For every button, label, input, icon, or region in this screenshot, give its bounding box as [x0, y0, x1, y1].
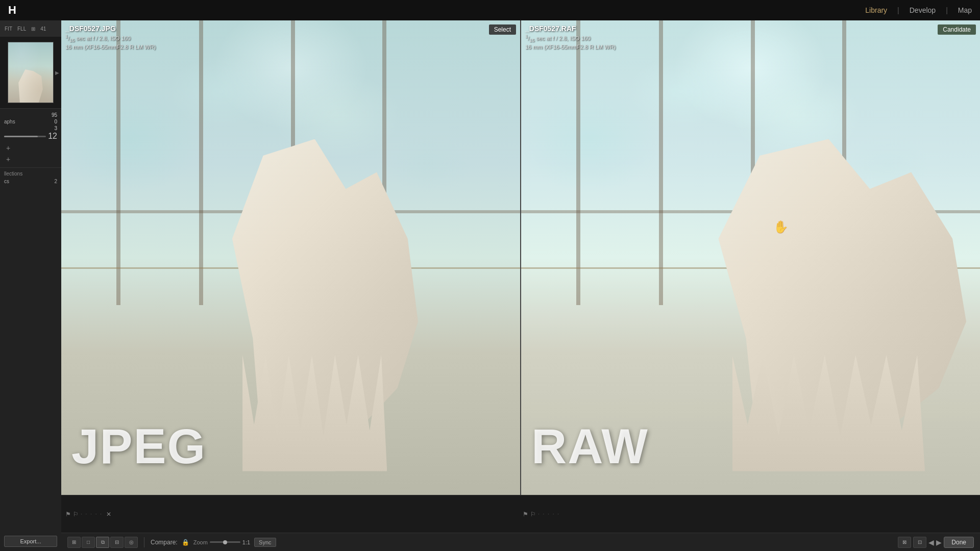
cursor-icon: ✋ — [773, 220, 789, 234]
right-image-info: _DSF0527.RAF 1/15 sec at f / 2.8, ISO 16… — [525, 24, 616, 50]
toolbar-bottom: ⊞ □ ⧉ ⊟ ◎ Compare: 🔒 Zoom 1:1 Sync — [61, 533, 980, 551]
nav-map[interactable]: Map — [958, 6, 972, 14]
top-nav: Library | Develop | Map — [865, 6, 972, 14]
separator-1 — [144, 537, 144, 547]
top-bar: H Library | Develop | Map — [0, 0, 980, 20]
right-image-panel[interactable]: _DSF0527.RAF 1/15 sec at f / 2.8, ISO 16… — [520, 20, 980, 495]
next-arrow[interactable]: ▶ — [936, 538, 942, 546]
collections-item: cs 2 — [4, 179, 57, 184]
app-logo: H — [8, 4, 16, 17]
zoom-value: 1:1 — [242, 539, 250, 545]
right-bottom-icons: ⊠ ⊡ ◀ ▶ Done — [898, 537, 974, 548]
export-section: Export... — [0, 532, 61, 551]
sync-button[interactable]: Sync — [254, 538, 276, 547]
compare-icon-1[interactable]: ⊠ — [898, 537, 911, 548]
done-button[interactable]: Done — [944, 537, 974, 548]
nav-develop[interactable]: Develop — [910, 6, 936, 14]
compare-area: _DSF0527.JPG 1/15 sec at f / 2.8, ISO 16… — [61, 20, 980, 495]
stat2-value: 0 — [54, 119, 57, 124]
add-button-1[interactable]: + — [4, 143, 57, 153]
left-filmstrip-close[interactable]: ✕ — [105, 510, 113, 518]
right-meta-shutter: 1/15 sec at f / 2.8, ISO 160 — [525, 34, 616, 43]
right-filmstrip-dots: · · · · · — [538, 511, 560, 517]
left-watermark: JPEG — [71, 418, 206, 474]
stat-row-2: aphs 0 — [4, 118, 57, 125]
stat4-value: 12 — [48, 132, 57, 141]
right-filmstrip-panel: ⚑ ⚐ · · · · · — [523, 511, 976, 518]
left-flag2-icon[interactable]: ⚐ — [73, 511, 79, 518]
single-view-btn[interactable]: □ — [82, 537, 95, 548]
left-meta-focal: 16 mm (XF16-55mmF2.8 R LM WR) — [65, 44, 156, 50]
prev-arrow[interactable]: ◀ — [928, 538, 934, 546]
fit-button[interactable]: FIT — [3, 25, 14, 33]
zoom-label: Zoom — [193, 539, 208, 545]
focus-view-btn[interactable]: ◎ — [125, 537, 138, 548]
left-flag-icon[interactable]: ⚑ — [65, 511, 71, 518]
thumbnail-panel[interactable]: ▶ — [0, 37, 61, 108]
left-filename: _DSF0527.JPG — [65, 24, 156, 33]
main-area: _DSF0527.JPG 1/15 sec at f / 2.8, ISO 16… — [61, 20, 980, 551]
compare-view-btn[interactable]: ⧉ — [96, 537, 109, 548]
left-sculpture — [222, 139, 429, 471]
right-meta-focal: 16 mm (XF16-55mmF2.8 R LM WR) — [525, 44, 616, 50]
filmstrip-row: ⚑ ⚐ · · · · · ✕ ⚑ ⚐ · · · · · — [61, 495, 980, 533]
left-image-panel[interactable]: _DSF0527.JPG 1/15 sec at f / 2.8, ISO 16… — [61, 20, 520, 495]
slider-track[interactable] — [4, 136, 46, 137]
collections-section: llections cs 2 — [0, 167, 61, 187]
grid-view-btn[interactable]: ⊞ — [67, 537, 81, 548]
thumbnail-image[interactable] — [8, 42, 54, 103]
right-flag-icon[interactable]: ⚑ — [523, 511, 528, 518]
collections-label: llections — [4, 171, 57, 177]
grid-view-button[interactable]: ⊞ — [30, 25, 37, 33]
collections-item-count: 2 — [54, 179, 57, 184]
right-badge[interactable]: Candidate — [938, 24, 976, 35]
right-filename: _DSF0527.RAF — [525, 24, 616, 33]
fill-button[interactable]: FLL — [16, 25, 28, 33]
slider-row: 12 — [4, 132, 57, 141]
left-badge[interactable]: Select — [489, 24, 516, 35]
zoom-area: Zoom 1:1 — [193, 539, 250, 545]
toolbar-row: FIT FLL ⊞ 41 — [0, 20, 61, 37]
zoom-slider[interactable] — [210, 541, 240, 543]
stat-row-1: 95 — [4, 112, 57, 118]
zoom-thumb — [223, 540, 227, 544]
stat3-value: 3 — [54, 126, 57, 131]
add-button-2[interactable]: + — [4, 154, 57, 164]
sidebar-arrow[interactable]: ▶ — [55, 70, 59, 76]
left-filmstrip-dots: · · · · · — [81, 511, 103, 517]
compare-label: Compare: — [151, 539, 178, 546]
left-meta-shutter: 1/15 sec at f / 2.8, ISO 160 — [65, 34, 156, 43]
stat2-label: aphs — [4, 119, 15, 124]
nav-library[interactable]: Library — [865, 6, 887, 14]
stats-section: 95 aphs 0 3 12 + + — [0, 108, 61, 167]
left-filmstrip-panel: ⚑ ⚐ · · · · · ✕ — [65, 510, 519, 518]
right-sculpture — [705, 139, 980, 471]
zoom-level: 41 — [39, 25, 47, 33]
export-button[interactable]: Export... — [4, 536, 57, 547]
slider-fill — [4, 136, 38, 137]
right-flag2-icon[interactable]: ⚐ — [530, 511, 536, 518]
compare-icon-2[interactable]: ⊡ — [913, 537, 926, 548]
collections-item-label: cs — [4, 179, 9, 184]
stat-row-3: 3 — [4, 125, 57, 132]
left-image-info: _DSF0527.JPG 1/15 sec at f / 2.8, ISO 16… — [65, 24, 156, 50]
right-watermark: RAW — [531, 418, 649, 474]
stat1-value: 95 — [52, 112, 57, 118]
view-buttons-left: ⊞ □ ⧉ ⊟ ◎ — [67, 537, 138, 548]
left-sidebar: FIT FLL ⊞ 41 ▶ 95 aphs 0 3 12 — [0, 20, 61, 551]
multi-view-btn[interactable]: ⊟ — [110, 537, 124, 548]
bottom-bar: ⚑ ⚐ · · · · · ✕ ⚑ ⚐ · · · · · ⊞ □ ⧉ ⊟ ◎ — [61, 495, 980, 551]
lock-icon[interactable]: 🔒 — [182, 539, 189, 546]
